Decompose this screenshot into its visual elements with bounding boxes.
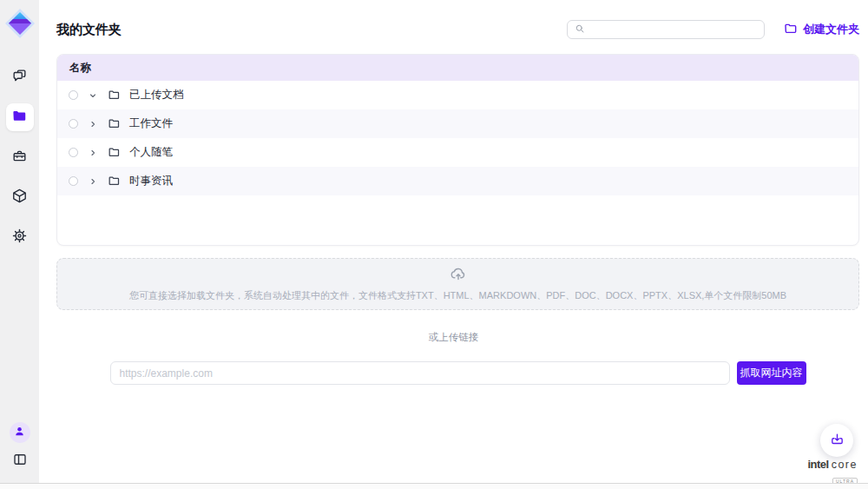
window-bottom-edge — [0, 483, 868, 489]
folder-name: 已上传文档 — [129, 88, 184, 102]
search-box[interactable] — [567, 20, 765, 39]
folder-table: 名称 已上传文档 工作文件 — [56, 54, 859, 246]
intel-brand-word: intel — [807, 458, 828, 471]
chevron-down-icon[interactable] — [88, 90, 98, 101]
collapse-sidebar-button[interactable] — [10, 452, 30, 471]
folder-name: 工作文件 — [129, 116, 173, 131]
download-fab-button[interactable] — [820, 424, 853, 457]
app-logo-icon — [4, 8, 36, 39]
folder-name: 时事资讯 — [129, 174, 173, 188]
sidebar-nav — [6, 63, 34, 251]
folder-plus-icon — [784, 22, 798, 38]
folder-icon — [108, 117, 121, 130]
search-input[interactable] — [590, 23, 757, 36]
chevron-right-icon[interactable] — [88, 148, 98, 158]
table-header-row: 名称 — [57, 55, 858, 81]
collapse-panel-icon — [12, 452, 28, 471]
chevron-right-icon[interactable] — [88, 119, 98, 129]
folder-icon — [11, 108, 28, 128]
create-folder-label: 创建文件夹 — [803, 22, 859, 37]
intel-product-word: core — [832, 459, 858, 471]
chat-icon — [11, 68, 28, 88]
cloud-upload-icon — [450, 266, 467, 287]
chevron-right-icon[interactable] — [88, 176, 98, 187]
row-checkbox[interactable] — [69, 148, 78, 157]
user-account-button[interactable] — [10, 422, 30, 443]
sidebar-footer — [10, 422, 30, 471]
sidebar-item-chat[interactable] — [6, 63, 34, 91]
column-header-name: 名称 — [69, 61, 91, 76]
row-checkbox[interactable] — [69, 176, 78, 186]
table-row[interactable]: 工作文件 — [57, 109, 858, 138]
sidebar — [0, 0, 39, 483]
search-icon — [575, 22, 585, 37]
fetch-url-button[interactable]: 抓取网址内容 — [737, 361, 806, 385]
toolbox-icon — [11, 148, 28, 168]
folder-name: 个人随笔 — [129, 145, 173, 160]
upload-dropzone[interactable]: 您可直接选择加载文件夹，系统自动处理其中的文件，文件格式支持TXT、HTML、M… — [56, 258, 859, 310]
cube-icon — [11, 188, 28, 208]
main-content: 我的文件夹 创建文件夹 名称 — [39, 0, 868, 483]
settings-icon — [11, 228, 28, 248]
table-row[interactable]: 时事资讯 — [57, 167, 858, 195]
sidebar-item-toolbox[interactable] — [6, 143, 34, 171]
url-upload-row: 抓取网址内容 — [39, 361, 868, 385]
folder-icon — [108, 89, 121, 102]
url-input[interactable] — [110, 361, 730, 385]
page-title: 我的文件夹 — [56, 22, 122, 38]
row-checkbox[interactable] — [69, 119, 78, 129]
user-avatar-icon — [13, 425, 26, 441]
or-upload-link-label: 或上传链接 — [39, 331, 868, 344]
create-folder-button[interactable]: 创建文件夹 — [784, 22, 859, 38]
topbar: 我的文件夹 创建文件夹 — [39, 0, 868, 42]
folder-icon — [108, 146, 121, 159]
download-icon — [830, 432, 845, 449]
upload-hint-text: 您可直接选择加载文件夹，系统自动处理其中的文件，文件格式支持TXT、HTML、M… — [129, 289, 786, 302]
sidebar-item-models[interactable] — [6, 183, 34, 211]
sidebar-item-folders[interactable] — [6, 103, 34, 131]
table-row[interactable]: 个人随笔 — [57, 138, 858, 167]
sidebar-item-settings[interactable] — [6, 223, 34, 251]
table-row[interactable]: 已上传文档 — [57, 81, 858, 109]
row-checkbox[interactable] — [69, 90, 78, 100]
folder-icon — [108, 175, 121, 188]
